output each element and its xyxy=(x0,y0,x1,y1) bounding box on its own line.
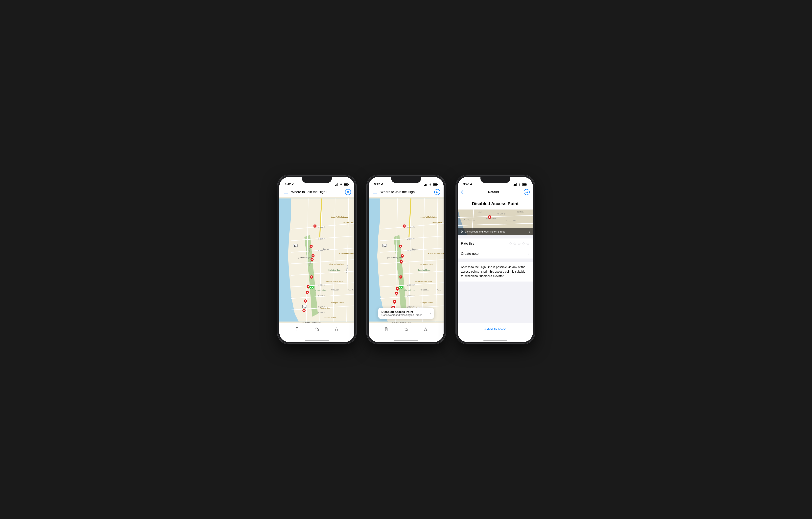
svg-rect-108 xyxy=(433,184,437,185)
signal-icon-2 xyxy=(424,183,428,186)
svg-point-80 xyxy=(308,286,309,287)
map-preview-overlay[interactable]: Gansevoort and Washington Street › xyxy=(458,228,533,235)
svg-text:9A: 9A xyxy=(383,245,386,247)
share-button-1[interactable] xyxy=(295,327,299,332)
nav-bar-2: Where to Join the High L... xyxy=(369,187,443,197)
svg-point-183 xyxy=(396,293,397,294)
svg-marker-200 xyxy=(470,183,472,185)
svg-text:Gansevoort River: Gansevoort River xyxy=(486,218,496,219)
details-content: Disabled Access Point W 14th St Gansevoo… xyxy=(458,197,533,281)
phone-3: 9:43 xyxy=(457,176,534,343)
svg-point-224 xyxy=(461,231,462,232)
callout-subtitle: Gansevoort and Washington Street xyxy=(381,313,422,317)
location-button-2[interactable] xyxy=(424,327,428,331)
star-3[interactable]: ☆ xyxy=(517,241,521,246)
create-note-label: Create note xyxy=(461,252,479,256)
svg-text:Foragers Market: Foragers Market xyxy=(331,302,344,304)
status-bar-2: 9:42 xyxy=(369,177,443,187)
svg-text:Brooklyn Far...: Brooklyn Far... xyxy=(432,222,443,224)
back-button[interactable] xyxy=(461,190,463,194)
create-note-row[interactable]: Create note › xyxy=(458,249,533,258)
svg-rect-3 xyxy=(337,184,337,186)
home-button-1[interactable] xyxy=(314,327,319,332)
share-button-2[interactable] xyxy=(384,327,388,332)
svg-point-92 xyxy=(310,287,311,288)
phone-1: 9:42 xyxy=(278,176,355,343)
svg-rect-104 xyxy=(427,183,427,186)
svg-text:Brooklyn Far...: Brooklyn Far... xyxy=(343,222,354,224)
svg-text:FLATIR...: FLATIR... xyxy=(517,211,524,213)
svg-point-171 xyxy=(402,255,403,256)
location-button-1[interactable] xyxy=(334,327,339,331)
add-todo-button[interactable]: + Add to To-do xyxy=(485,327,506,331)
map-callout[interactable]: Disabled Access Point Gansevoort and Was… xyxy=(378,308,434,319)
svg-rect-201 xyxy=(514,185,514,186)
svg-point-71 xyxy=(312,255,314,256)
home-indicator-2 xyxy=(394,340,418,341)
home-indicator-3 xyxy=(484,340,507,341)
status-bar-3: 9:43 xyxy=(458,177,533,187)
bottom-toolbar-1 xyxy=(280,323,354,339)
details-nav-title: Details xyxy=(463,190,524,194)
svg-marker-199 xyxy=(424,328,428,331)
svg-rect-1 xyxy=(335,185,336,186)
svg-text:Basketball Court: Basketball Court xyxy=(328,269,341,271)
svg-point-65 xyxy=(314,225,316,226)
star-2[interactable]: ☆ xyxy=(513,241,517,246)
svg-rect-101 xyxy=(424,185,425,186)
svg-text:Lightship Frying Pan: Lightship Frying Pan xyxy=(297,256,313,258)
svg-point-195 xyxy=(401,287,402,288)
user-avatar-1 xyxy=(345,189,351,195)
star-1[interactable]: ☆ xyxy=(509,241,512,246)
signal-icon-3 xyxy=(514,183,517,186)
svg-point-174 xyxy=(401,261,402,262)
user-avatar-3[interactable] xyxy=(524,189,530,195)
svg-text:Jenny's Marketplace: Jenny's Marketplace xyxy=(331,216,348,218)
svg-point-186 xyxy=(394,301,395,302)
details-map-preview[interactable]: W 14th St Gansevoort St FLATIR... Hudson… xyxy=(458,210,533,235)
nav-title-1: Where to Join the High L... xyxy=(291,190,343,194)
battery-icon-3 xyxy=(522,183,527,186)
svg-point-177 xyxy=(400,276,401,278)
menu-button-1[interactable] xyxy=(283,189,289,195)
notch-1 xyxy=(302,177,332,183)
svg-rect-7 xyxy=(348,184,349,185)
user-button-2[interactable] xyxy=(434,189,440,195)
rate-row[interactable]: Rate this ☆ ☆ ☆ ☆ ☆ xyxy=(458,239,533,249)
svg-point-168 xyxy=(400,246,401,247)
time-1: 9:42 xyxy=(285,182,291,186)
map-area-1[interactable]: W 39th St W 26th St W 29th St W 23rd St … xyxy=(280,197,354,323)
svg-text:Basketball Court: Basketball Court xyxy=(417,269,431,271)
status-icons-3 xyxy=(495,183,533,186)
svg-rect-208 xyxy=(522,184,526,185)
svg-text:The High Line: The High Line xyxy=(315,289,326,291)
map-area-2[interactable]: W 39th St W 26th St W 29th St W 23rd St … xyxy=(369,197,443,323)
details-screen: Disabled Access Point W 14th St Gansevoo… xyxy=(458,197,533,323)
star-rating[interactable]: ☆ ☆ ☆ ☆ ☆ xyxy=(509,241,530,246)
battery-icon-2 xyxy=(433,183,438,186)
notch-2 xyxy=(391,177,421,183)
svg-text:Fas...: Fas... xyxy=(437,289,441,291)
svg-rect-107 xyxy=(437,184,438,185)
menu-button-2[interactable] xyxy=(372,189,378,195)
nav-bar-1: Where to Join the High L... xyxy=(280,187,354,197)
details-title: Disabled Access Point xyxy=(461,201,530,206)
svg-text:9A: 9A xyxy=(303,306,306,308)
add-todo-label: + Add to To-do xyxy=(485,327,506,331)
status-icons-2 xyxy=(406,183,443,186)
svg-rect-4 xyxy=(338,183,338,186)
user-button-1[interactable] xyxy=(345,189,351,195)
star-4[interactable]: ☆ xyxy=(522,241,525,246)
svg-text:B & W Market Place: B & W Market Place xyxy=(428,252,443,254)
details-description: Access to the High Line is possible via … xyxy=(458,262,533,281)
svg-point-192 xyxy=(399,287,400,288)
callout-arrow[interactable]: › xyxy=(430,311,431,316)
svg-text:The High Line: The High Line xyxy=(404,289,415,291)
svg-text:Western Beef: Western Beef xyxy=(320,307,330,309)
star-5[interactable]: ☆ xyxy=(526,241,530,246)
create-note-arrow: › xyxy=(528,252,530,256)
home-button-2[interactable] xyxy=(404,327,408,332)
svg-text:Lethal: Lethal xyxy=(478,211,482,213)
svg-text:Foragers Market: Foragers Market xyxy=(420,302,433,304)
map-navigate-arrow[interactable]: › xyxy=(529,229,530,234)
